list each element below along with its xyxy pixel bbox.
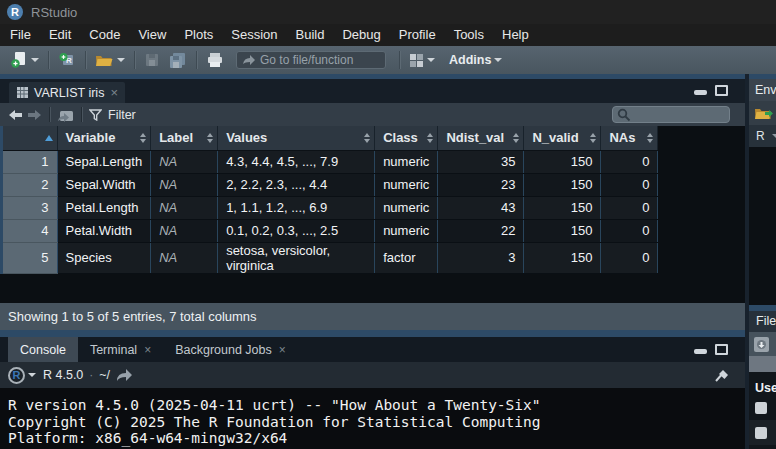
tab-console[interactable]: Console bbox=[8, 337, 78, 362]
viewer-toolbar: Filter bbox=[0, 103, 745, 126]
r-version-caret-icon[interactable] bbox=[28, 373, 36, 377]
toolbar-separator bbox=[134, 51, 135, 69]
goto-working-dir-icon[interactable] bbox=[116, 369, 133, 382]
file-checkbox[interactable] bbox=[755, 427, 767, 439]
menu-profile[interactable]: Profile bbox=[390, 24, 445, 46]
workspace: VARLIST iris × bbox=[0, 74, 776, 449]
tab-varlist-iris[interactable]: VARLIST iris × bbox=[9, 82, 125, 103]
sort-icon[interactable] bbox=[513, 133, 519, 143]
file-checkbox[interactable] bbox=[755, 402, 767, 414]
goto-arrow-icon bbox=[242, 55, 255, 66]
toolbar-separator bbox=[85, 51, 86, 69]
main-toolbar: R bbox=[0, 46, 776, 74]
menu-bar: File Edit Code View Plots Session Build … bbox=[0, 24, 776, 46]
menu-plots[interactable]: Plots bbox=[175, 24, 222, 46]
save-all-button[interactable] bbox=[166, 49, 189, 71]
menu-edit[interactable]: Edit bbox=[40, 24, 80, 46]
toolbar-separator bbox=[48, 51, 49, 69]
table-row: 1 Sepal.Length NA 4.3, 4.4, 4.5, ..., 7.… bbox=[3, 150, 658, 173]
table-row: 3 Petal.Length NA 1, 1.1, 1.2, ..., 6.9 … bbox=[3, 196, 658, 219]
table-row: 4 Petal.Width NA 0.1, 0.2, 0.3, ..., 2.5… bbox=[3, 219, 658, 242]
console-line: R version 4.5.0 (2025-04-11 ucrt) -- "Ho… bbox=[8, 397, 745, 414]
print-icon bbox=[206, 52, 224, 68]
goto-placeholder: Go to file/function bbox=[260, 53, 353, 67]
new-file-caret-icon[interactable] bbox=[31, 58, 39, 62]
sort-icon[interactable] bbox=[590, 133, 596, 143]
working-directory-label: ~/ bbox=[99, 368, 110, 382]
variable-table: Variable Label Values Class Ndist_val N_… bbox=[0, 126, 658, 274]
minimize-icon[interactable] bbox=[694, 349, 707, 354]
menu-debug[interactable]: Debug bbox=[333, 24, 389, 46]
maximize-icon[interactable] bbox=[715, 344, 728, 355]
environment-pane: Envi R bbox=[749, 79, 776, 305]
sort-icon[interactable] bbox=[364, 133, 370, 143]
header-rownum[interactable] bbox=[3, 126, 57, 150]
tab-files[interactable]: Files bbox=[749, 311, 776, 332]
sort-icon[interactable] bbox=[427, 133, 433, 143]
console-tab-bar: Console Terminal × Background Jobs × bbox=[0, 337, 745, 362]
table-row: 5 Species NA setosa, versicolor, virgini… bbox=[3, 242, 658, 273]
console-output[interactable]: R version 4.5.0 (2025-04-11 ucrt) -- "Ho… bbox=[0, 388, 745, 449]
broom-icon bbox=[713, 366, 731, 383]
toolbar-separator bbox=[81, 107, 82, 122]
console-line: Copyright (C) 2025 The R Foundation for … bbox=[8, 414, 745, 431]
new-project-button[interactable]: R bbox=[56, 49, 78, 71]
tab-environment[interactable]: Envi bbox=[749, 79, 776, 101]
viewer-search-input[interactable] bbox=[612, 106, 730, 123]
table-header-row: Variable Label Values Class Ndist_val N_… bbox=[3, 126, 658, 150]
addins-button[interactable]: Addins bbox=[441, 49, 504, 71]
header-label[interactable]: Label bbox=[151, 126, 218, 150]
forward-arrow-icon[interactable] bbox=[27, 109, 42, 121]
app-title: RStudio bbox=[31, 5, 77, 20]
file-row bbox=[749, 395, 776, 420]
pane-layout-button[interactable] bbox=[407, 49, 437, 71]
data-viewer-pane: VARLIST iris × bbox=[0, 79, 745, 330]
goto-file-function-input[interactable]: Go to file/function bbox=[236, 51, 386, 69]
menu-view[interactable]: View bbox=[129, 24, 175, 46]
save-button[interactable] bbox=[142, 49, 162, 71]
menu-code[interactable]: Code bbox=[80, 24, 129, 46]
header-class[interactable]: Class bbox=[375, 126, 438, 150]
menu-help[interactable]: Help bbox=[493, 24, 538, 46]
new-folder-icon[interactable] bbox=[753, 336, 770, 353]
filter-button[interactable]: Filter bbox=[108, 108, 136, 122]
files-path-label: User bbox=[749, 372, 776, 395]
menu-session[interactable]: Session bbox=[222, 24, 286, 46]
header-ndist-val[interactable]: Ndist_val bbox=[438, 126, 524, 150]
new-file-button[interactable] bbox=[8, 49, 41, 71]
menu-file[interactable]: File bbox=[1, 24, 40, 46]
minimize-icon[interactable] bbox=[694, 90, 707, 95]
print-button[interactable] bbox=[204, 49, 226, 71]
maximize-icon[interactable] bbox=[715, 85, 728, 96]
close-icon[interactable]: × bbox=[144, 344, 151, 356]
tab-terminal[interactable]: Terminal × bbox=[78, 337, 163, 362]
environment-r-selector[interactable]: R bbox=[749, 125, 776, 147]
tab-background-jobs[interactable]: Background Jobs × bbox=[163, 337, 298, 362]
new-file-icon bbox=[10, 51, 28, 69]
menu-tools[interactable]: Tools bbox=[445, 24, 493, 46]
close-icon[interactable]: × bbox=[279, 344, 286, 356]
header-variable[interactable]: Variable bbox=[57, 126, 151, 150]
header-n-valid[interactable]: N_valid bbox=[524, 126, 601, 150]
back-arrow-icon[interactable] bbox=[8, 109, 23, 121]
close-icon[interactable]: × bbox=[110, 87, 118, 99]
sort-icon[interactable] bbox=[140, 133, 146, 143]
rstudio-window: R RStudio File Edit Code View Plots Sess… bbox=[0, 0, 776, 449]
header-nas[interactable]: NAs bbox=[601, 126, 658, 150]
sort-icon[interactable] bbox=[207, 133, 213, 143]
sort-icon[interactable] bbox=[647, 133, 653, 143]
table-status-text: Showing 1 to 5 of 5 entries, 7 total col… bbox=[0, 303, 745, 330]
console-toolbar: R R 4.5.0 · ~/ bbox=[0, 362, 745, 388]
rstudio-logo-icon: R bbox=[7, 4, 23, 20]
save-icon bbox=[144, 52, 160, 68]
open-file-caret-icon[interactable] bbox=[117, 58, 125, 62]
open-new-window-icon[interactable] bbox=[57, 108, 74, 122]
r-selector-caret-icon bbox=[772, 134, 776, 138]
environment-toolbar bbox=[749, 101, 776, 125]
open-file-button[interactable] bbox=[93, 49, 127, 71]
header-values[interactable]: Values bbox=[218, 126, 375, 150]
menu-build[interactable]: Build bbox=[287, 24, 334, 46]
pane-layout-caret-icon[interactable] bbox=[427, 58, 435, 62]
clear-console-button[interactable] bbox=[713, 366, 731, 387]
import-dataset-icon[interactable] bbox=[754, 106, 773, 121]
